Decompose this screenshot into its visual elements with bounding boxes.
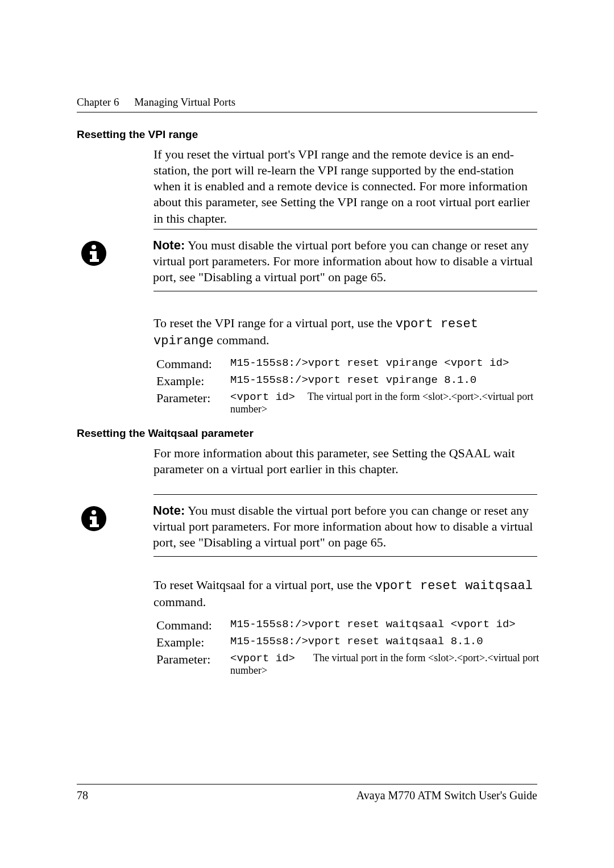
lbl-parameter: Parameter: — [156, 390, 230, 416]
note-text-vpi: Note: You must disable the virtual port … — [153, 237, 537, 285]
lbl-example-2: Example: — [156, 634, 230, 651]
lbl-parameter-2: Parameter: — [156, 651, 230, 678]
svg-point-1 — [92, 245, 96, 249]
note-text-waitqsaal: Note: You must disable the virtual port … — [153, 503, 537, 550]
row-parameter-2: Parameter: <vport id> The virtual port i… — [156, 651, 554, 678]
param-code-2: <vport id> — [230, 652, 295, 665]
info-icon — [80, 240, 107, 267]
row-example: Example: M15-155s8:/>vport reset vpirang… — [156, 373, 554, 390]
lbl-example: Example: — [156, 373, 230, 390]
cmd-table-vpi: Command: M15-155s8:/>vport reset vpirang… — [77, 356, 537, 416]
note-rule-top — [154, 229, 537, 229]
val-command: M15-155s8:/>vport reset vpirange <vport … — [230, 356, 554, 373]
paragraph-waitqsaal: For more information about this paramete… — [154, 445, 537, 477]
note-body-2: You must disable the virtual port before… — [153, 503, 533, 549]
val-example: M15-155s8:/>vport reset vpirange 8.1.0 — [230, 373, 554, 390]
cmd-lead-vpi: To reset the VPI range for a virtual por… — [77, 315, 537, 349]
note-row-2: Note: You must disable the virtual port … — [77, 503, 537, 550]
val-command-2: M15-155s8:/>vport reset waitqsaal <vport… — [230, 617, 554, 634]
note-row: Note: You must disable the virtual port … — [77, 237, 537, 285]
doc-title: Avaya M770 ATM Switch User's Guide — [356, 789, 537, 802]
running-header: Chapter 6 Managing Virtual Ports — [77, 96, 537, 112]
note-body: You must disable the virtual port before… — [153, 238, 533, 284]
cmd-lead-text: To reset the VPI range for a virtual por… — [154, 315, 537, 349]
row-command: Command: M15-155s8:/>vport reset vpirang… — [156, 356, 554, 373]
row-parameter: Parameter: <vport id> The virtual port i… — [156, 390, 554, 416]
subheading-vpi: Resetting the VPI range — [77, 128, 537, 141]
cmd-table-waitqsaal: Command: M15-155s8:/>vport reset waitqsa… — [77, 617, 537, 678]
note-rule-bottom — [154, 291, 537, 291]
row-example-2: Example: M15-155s8:/>vport reset waitqsa… — [156, 634, 554, 651]
section-reset-waitqsaal: Resetting the Waitqsaal parameter For mo… — [77, 427, 537, 477]
note-label: Note: — [153, 238, 185, 252]
svg-rect-4 — [90, 259, 99, 262]
note-rule-bottom-2 — [154, 556, 537, 557]
cmd-lead-text-2: To reset Waitqsaal for a virtual port, u… — [154, 577, 537, 610]
svg-point-6 — [92, 510, 96, 515]
val-example-2: M15-155s8:/>vport reset waitqsaal 8.1.0 — [230, 634, 554, 651]
param-code: <vport id> — [230, 391, 295, 403]
section-reset-vpi: Resetting the VPI range If you reset the… — [77, 128, 537, 227]
cmd-lead-waitqsaal: To reset Waitqsaal for a virtual port, u… — [77, 577, 537, 610]
chapter-label: Chapter 6 — [77, 96, 119, 108]
info-icon — [80, 505, 107, 532]
lead-post: command. — [214, 333, 269, 347]
row-command-2: Command: M15-155s8:/>vport reset waitqsa… — [156, 617, 554, 634]
svg-rect-9 — [90, 524, 99, 527]
subheading-waitqsaal: Resetting the Waitqsaal parameter — [77, 427, 537, 440]
lead-cmd-2: vport reset waitqsaal — [375, 579, 533, 593]
note-box-waitqsaal: Note: You must disable the virtual port … — [77, 494, 537, 557]
note-label-2: Note: — [153, 503, 185, 518]
note-box-vpi: Note: You must disable the virtual port … — [77, 229, 537, 291]
chapter-title: Managing Virtual Ports — [134, 96, 235, 108]
paragraph-vpi: If you reset the virtual port's VPI rang… — [154, 147, 537, 227]
lead-pre: To reset the VPI range for a virtual por… — [154, 316, 396, 330]
page-footer: 78 Avaya M770 ATM Switch User's Guide — [77, 784, 537, 802]
lead-post-2: command. — [154, 595, 206, 609]
note-rule-top-2 — [154, 494, 537, 495]
page: Chapter 6 Managing Virtual Ports Resetti… — [0, 0, 614, 868]
lbl-command: Command: — [156, 356, 230, 373]
page-number: 78 — [77, 789, 88, 802]
lbl-command-2: Command: — [156, 617, 230, 634]
lead-pre-2: To reset Waitqsaal for a virtual port, u… — [154, 578, 375, 592]
